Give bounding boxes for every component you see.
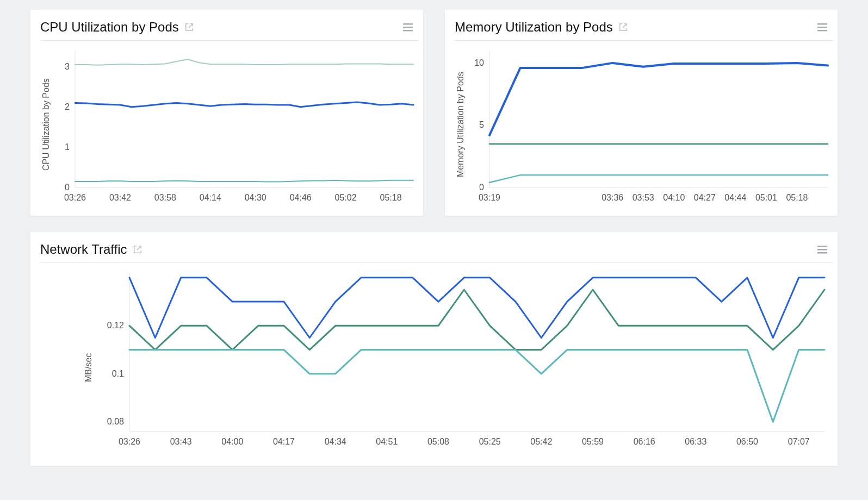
svg-text:04:34: 04:34: [325, 437, 346, 446]
panel-title: Network Traffic: [40, 242, 127, 257]
y-axis-label: Memory Utilization by Pods: [455, 43, 467, 206]
svg-text:05:25: 05:25: [479, 437, 501, 446]
svg-text:04:44: 04:44: [724, 193, 746, 202]
svg-text:06:16: 06:16: [634, 437, 655, 446]
svg-text:05:02: 05:02: [335, 193, 357, 202]
panel-title-row: Memory Utilization by Pods: [455, 20, 817, 35]
svg-text:04:46: 04:46: [290, 193, 312, 202]
panel-header: Memory Utilization by Pods: [455, 20, 833, 41]
svg-text:05:18: 05:18: [380, 193, 402, 202]
svg-text:05:18: 05:18: [786, 193, 808, 202]
hamburger-menu-icon[interactable]: [817, 245, 828, 254]
svg-text:2: 2: [65, 102, 70, 111]
svg-text:03:53: 03:53: [633, 193, 654, 202]
panel-title: Memory Utilization by Pods: [455, 20, 613, 35]
hamburger-menu-icon[interactable]: [402, 22, 413, 32]
memory-chart[interactable]: 051003:1903:3603:5304:1004:2704:4405:010…: [467, 43, 833, 206]
panel-title-row: CPU Utilization by Pods: [40, 20, 402, 35]
svg-text:04:27: 04:27: [694, 193, 716, 202]
cpu-chart-svg: 012303:2603:4203:5804:1404:3004:4605:020…: [52, 43, 419, 206]
network-chart-svg: 0.080.10.1203:2603:4304:0004:1704:3404:5…: [95, 265, 833, 453]
cpu-chart[interactable]: 012303:2603:4203:5804:1404:3004:4605:020…: [52, 43, 419, 206]
svg-text:0: 0: [65, 183, 70, 192]
panel-title-row: Network Traffic: [40, 242, 817, 257]
popout-icon[interactable]: [184, 22, 194, 32]
popout-icon[interactable]: [618, 22, 628, 32]
network-chart[interactable]: 0.080.10.1203:2603:4304:0004:1704:3404:5…: [95, 265, 833, 453]
svg-text:07:07: 07:07: [788, 437, 810, 446]
svg-text:04:30: 04:30: [245, 193, 266, 202]
memory-utilization-panel: Memory Utilization by Pods Memory Utiliz…: [445, 10, 838, 216]
panel-title: CPU Utilization by Pods: [40, 20, 179, 35]
svg-rect-34: [817, 249, 827, 251]
svg-text:03:19: 03:19: [479, 193, 500, 202]
svg-text:05:08: 05:08: [427, 437, 449, 446]
svg-text:03:26: 03:26: [119, 437, 140, 446]
y-axis-label: CPU Utilization by Pods: [40, 43, 52, 206]
svg-text:1: 1: [65, 142, 70, 152]
svg-rect-33: [817, 246, 827, 247]
popout-icon[interactable]: [133, 245, 142, 254]
svg-text:05:59: 05:59: [582, 437, 604, 446]
svg-text:0.1: 0.1: [112, 369, 124, 378]
svg-text:0: 0: [479, 183, 484, 192]
panel-header: Network Traffic: [40, 242, 833, 263]
svg-text:04:17: 04:17: [273, 437, 295, 446]
panel-header: CPU Utilization by Pods: [40, 20, 419, 41]
svg-rect-2: [403, 30, 413, 32]
y-axis-label: MB/sec: [40, 265, 95, 453]
svg-rect-35: [817, 252, 827, 254]
svg-text:3: 3: [65, 62, 70, 71]
svg-text:04:10: 04:10: [663, 193, 685, 202]
svg-text:0.08: 0.08: [107, 417, 124, 426]
svg-text:05:01: 05:01: [755, 193, 777, 202]
svg-text:03:36: 03:36: [602, 193, 623, 202]
svg-text:06:33: 06:33: [685, 437, 706, 446]
svg-rect-1: [403, 27, 413, 28]
svg-text:5: 5: [479, 120, 484, 129]
svg-rect-19: [817, 30, 827, 32]
svg-rect-18: [817, 27, 827, 28]
cpu-utilization-panel: CPU Utilization by Pods CPU Utilization …: [30, 10, 423, 216]
svg-text:04:14: 04:14: [200, 193, 221, 202]
svg-text:03:26: 03:26: [64, 193, 86, 202]
svg-text:04:51: 04:51: [376, 437, 398, 446]
svg-rect-17: [817, 23, 827, 25]
svg-text:06:50: 06:50: [736, 437, 758, 446]
network-traffic-panel: Network Traffic MB/sec 0.080.10.1203:260…: [30, 232, 838, 466]
svg-text:04:00: 04:00: [221, 437, 243, 446]
memory-chart-svg: 051003:1903:3603:5304:1004:2704:4405:010…: [467, 43, 833, 206]
svg-text:03:43: 03:43: [170, 437, 192, 446]
svg-text:03:42: 03:42: [109, 193, 131, 202]
svg-text:05:42: 05:42: [530, 437, 552, 446]
svg-text:0.12: 0.12: [107, 321, 124, 330]
svg-text:10: 10: [474, 58, 484, 67]
hamburger-menu-icon[interactable]: [817, 22, 828, 32]
svg-rect-0: [403, 23, 413, 25]
svg-text:03:58: 03:58: [154, 193, 176, 202]
